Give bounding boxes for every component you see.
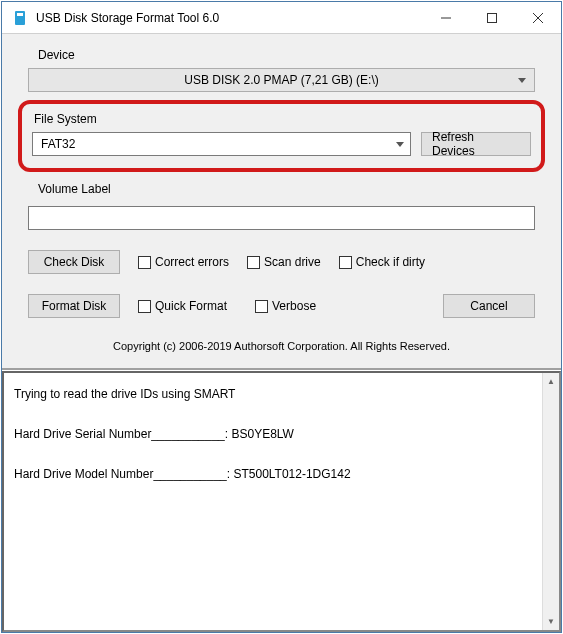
device-label: Device [38, 48, 535, 62]
device-selected-value: USB DISK 2.0 PMAP (7,21 GB) (E:\) [184, 73, 379, 87]
main-content: Device USB DISK 2.0 PMAP (7,21 GB) (E:\)… [2, 34, 561, 368]
titlebar: USB Disk Storage Format Tool 6.0 [2, 2, 561, 34]
window-title: USB Disk Storage Format Tool 6.0 [36, 11, 423, 25]
checkbox-label: Check if dirty [356, 255, 425, 269]
close-button[interactable] [515, 2, 561, 33]
checkbox-icon [138, 300, 151, 313]
window-controls [423, 2, 561, 33]
log-output[interactable]: Trying to read the drive IDs using SMART… [2, 371, 561, 632]
format-row: Format Disk Quick Format Verbose Cancel [28, 294, 535, 318]
check-disk-button[interactable]: Check Disk [28, 250, 120, 274]
chevron-down-icon [518, 78, 526, 83]
file-system-highlight: File System FAT32 Refresh Devices [18, 100, 545, 172]
app-icon [12, 10, 28, 26]
file-system-select[interactable]: FAT32 [32, 132, 411, 156]
checkbox-label: Correct errors [155, 255, 229, 269]
svg-rect-3 [488, 13, 497, 22]
verbose-checkbox[interactable]: Verbose [255, 299, 316, 313]
copyright-text: Copyright (c) 2006-2019 Authorsoft Corpo… [28, 340, 535, 352]
log-line: Hard Drive Serial Number___________: BS0… [14, 427, 549, 441]
maximize-button[interactable] [469, 2, 515, 33]
file-system-label: File System [34, 112, 531, 126]
log-line: Trying to read the drive IDs using SMART [14, 387, 549, 401]
correct-errors-checkbox[interactable]: Correct errors [138, 255, 229, 269]
minimize-button[interactable] [423, 2, 469, 33]
checkbox-label: Quick Format [155, 299, 227, 313]
format-disk-button[interactable]: Format Disk [28, 294, 120, 318]
cancel-button[interactable]: Cancel [443, 294, 535, 318]
checkbox-icon [255, 300, 268, 313]
app-window: USB Disk Storage Format Tool 6.0 Device … [1, 1, 562, 633]
checkbox-icon [138, 256, 151, 269]
device-select[interactable]: USB DISK 2.0 PMAP (7,21 GB) (E:\) [28, 68, 535, 92]
checkbox-icon [339, 256, 352, 269]
quick-format-checkbox[interactable]: Quick Format [138, 299, 227, 313]
check-if-dirty-checkbox[interactable]: Check if dirty [339, 255, 425, 269]
check-row: Check Disk Correct errors Scan drive Che… [28, 250, 535, 274]
vertical-scrollbar[interactable]: ▲ ▼ [542, 373, 559, 630]
scan-drive-checkbox[interactable]: Scan drive [247, 255, 321, 269]
scroll-down-button[interactable]: ▼ [543, 613, 559, 630]
file-system-selected-value: FAT32 [41, 137, 75, 151]
chevron-down-icon [396, 142, 404, 147]
volume-label-input[interactable] [28, 206, 535, 230]
log-line: Hard Drive Model Number___________: ST50… [14, 467, 549, 481]
scroll-track[interactable] [543, 390, 559, 613]
refresh-devices-button[interactable]: Refresh Devices [421, 132, 531, 156]
checkbox-label: Verbose [272, 299, 316, 313]
volume-label-label: Volume Label [38, 182, 535, 196]
scroll-up-button[interactable]: ▲ [543, 373, 559, 390]
svg-rect-1 [17, 13, 23, 16]
checkbox-icon [247, 256, 260, 269]
checkbox-label: Scan drive [264, 255, 321, 269]
